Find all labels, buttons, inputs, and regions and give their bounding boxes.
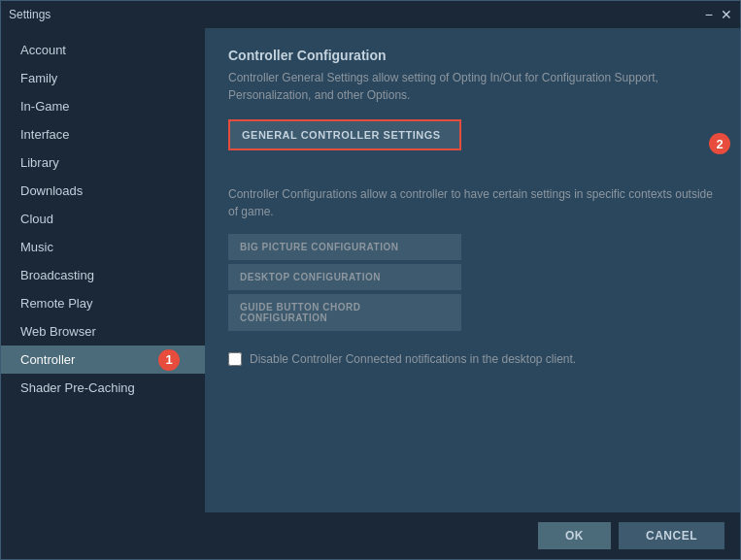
sidebar: AccountFamilyIn-GameInterfaceLibraryDown… <box>1 28 205 512</box>
general-controller-btn-wrapper: GENERAL CONTROLLER SETTINGS 2 <box>228 119 717 168</box>
config-buttons-group: BIG PICTURE CONFIGURATIONDESKTOP CONFIGU… <box>228 234 717 335</box>
main-panel: Controller Configuration Controller Gene… <box>205 28 740 512</box>
badge-2: 2 <box>709 133 730 154</box>
titlebar: Settings − ✕ <box>1 1 740 28</box>
sidebar-item-family[interactable]: Family <box>1 64 205 92</box>
sidebar-item-cloud[interactable]: Cloud <box>1 205 205 233</box>
sidebar-item-label-controller: Controller <box>20 352 75 367</box>
sidebar-item-controller[interactable]: Controller1 <box>1 346 205 374</box>
panel-desc: Controller General Settings allow settin… <box>228 69 717 104</box>
checkbox-label: Disable Controller Connected notificatio… <box>250 352 576 366</box>
sidebar-item-library[interactable]: Library <box>1 148 205 177</box>
section-desc: Controller Configurations allow a contro… <box>228 185 717 220</box>
cancel-button[interactable]: CANCEL <box>619 522 724 549</box>
sidebar-item-in-game[interactable]: In-Game <box>1 92 205 120</box>
footer: OK CANCEL <box>1 512 740 559</box>
close-button[interactable]: ✕ <box>721 8 732 21</box>
desktop-config-button[interactable]: DESKTOP CONFIGURATION <box>228 264 461 290</box>
sidebar-item-remote-play[interactable]: Remote Play <box>1 289 205 317</box>
guide-chord-config-button[interactable]: GUIDE BUTTON CHORD CONFIGURATION <box>228 294 461 331</box>
general-controller-settings-button[interactable]: GENERAL CONTROLLER SETTINGS <box>228 119 461 150</box>
sidebar-item-broadcasting[interactable]: Broadcasting <box>1 261 205 289</box>
sidebar-item-shader-pre-caching[interactable]: Shader Pre-Caching <box>1 374 205 402</box>
big-picture-config-button[interactable]: BIG PICTURE CONFIGURATION <box>228 234 461 260</box>
titlebar-controls: − ✕ <box>705 8 732 21</box>
sidebar-item-web-browser[interactable]: Web Browser <box>1 317 205 346</box>
badge-1: 1 <box>158 349 180 371</box>
sidebar-item-music[interactable]: Music <box>1 233 205 261</box>
sidebar-item-interface[interactable]: Interface <box>1 120 205 148</box>
window-title: Settings <box>9 8 51 21</box>
sidebar-item-account[interactable]: Account <box>1 36 205 64</box>
panel-title: Controller Configuration <box>228 48 717 63</box>
ok-button[interactable]: OK <box>538 522 611 549</box>
checkbox-row: Disable Controller Connected notificatio… <box>228 352 717 366</box>
settings-window: Settings − ✕ AccountFamilyIn-GameInterfa… <box>0 0 741 560</box>
content-area: AccountFamilyIn-GameInterfaceLibraryDown… <box>1 28 740 512</box>
minimize-button[interactable]: − <box>705 8 713 21</box>
disable-notifications-checkbox[interactable] <box>228 352 242 366</box>
sidebar-item-wrapper-controller: Controller1 <box>20 352 185 367</box>
sidebar-item-downloads[interactable]: Downloads <box>1 177 205 205</box>
